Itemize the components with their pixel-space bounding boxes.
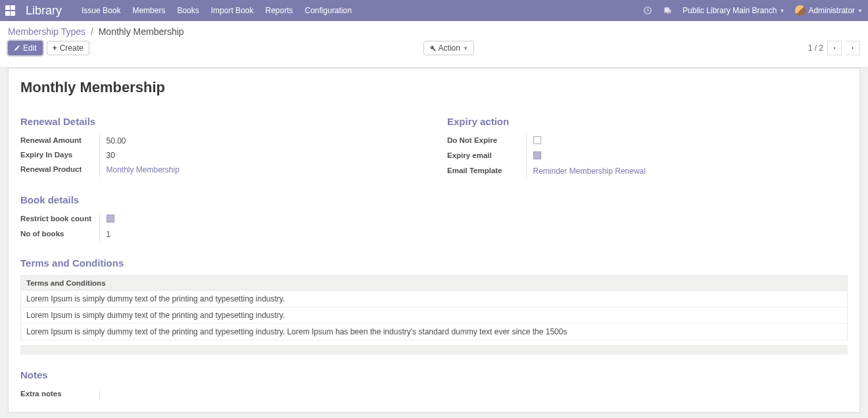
user-menu[interactable]: Administrator ▼ [795,5,863,16]
apps-launcher-icon[interactable] [5,5,16,16]
table-row[interactable]: Lorem Ipsum is simply dummy text of the … [21,307,848,324]
section-notes: Notes [20,369,848,380]
label-expiry-email: Expiry email [447,149,526,164]
main-menu: Issue Book Members Books Import Book Rep… [82,6,352,15]
avatar-icon [795,5,806,16]
label-extra-notes: Extra notes [20,387,99,400]
link-email-template[interactable]: Reminder Membership Renewal [533,167,646,176]
label-do-not-expire: Do Not Expire [447,134,526,149]
nav-books[interactable]: Books [177,6,199,15]
terms-cell: Lorem Ipsum is simply dummy text of the … [21,324,848,340]
terms-cell: Lorem Ipsum is simply dummy text of the … [21,307,848,324]
edit-button[interactable]: Edit [8,41,43,55]
chevron-down-icon: ▼ [463,45,468,51]
edit-button-label: Edit [23,43,37,53]
link-renewal-product[interactable]: Monthly Membership [107,165,180,174]
nav-configuration[interactable]: Configuration [305,6,352,15]
chevron-down-icon: ▼ [779,8,784,14]
pager-prev-button[interactable] [827,41,842,55]
checkbox-do-not-expire [533,136,541,144]
value-no-of-books: 1 [99,227,421,242]
label-restrict-book-count: Restrict book count [20,212,99,227]
chevron-left-icon [832,45,837,51]
plus-icon: + [53,43,57,53]
label-expiry-in-days: Expiry In Days [20,148,99,163]
nav-members[interactable]: Members [132,6,165,15]
section-terms-and-conditions: Terms and Conditions [20,257,848,269]
table-row[interactable]: Lorem Ipsum is simply dummy text of the … [21,291,848,307]
action-dropdown[interactable]: Action ▼ [423,41,474,55]
section-renewal-details: Renewal Details [20,116,421,127]
checkbox-restrict-book-count [107,215,114,222]
terms-table: Terms and Conditions Lorem Ipsum is simp… [20,275,848,340]
value-extra-notes [99,387,421,400]
create-button-label: Create [60,43,84,53]
chevron-down-icon: ▼ [857,8,863,14]
create-button[interactable]: + Create [47,41,89,55]
company-name: Public Library Main Branch [683,6,777,15]
terms-column-header: Terms and Conditions [21,276,848,291]
pager-next-button[interactable] [846,41,860,55]
breadcrumb-root[interactable]: Membership Types [8,26,85,37]
pencil-icon [14,45,20,51]
nav-import-book[interactable]: Import Book [211,6,254,15]
company-switcher[interactable]: Public Library Main Branch ▼ [683,6,784,15]
page-title: Monthly Membership [20,79,848,96]
top-navbar: Library Issue Book Members Books Import … [0,0,868,21]
checkbox-expiry-email [533,151,541,159]
breadcrumb-separator: / [91,26,93,37]
breadcrumb: Membership Types / Monthly Membership [8,26,860,37]
terms-cell: Lorem Ipsum is simply dummy text of the … [21,291,848,307]
breadcrumb-current: Monthly Membership [99,26,184,37]
label-email-template: Email Template [447,164,526,178]
section-expiry-action: Expiry action [447,116,848,127]
label-renewal-amount: Renewal Amount [20,134,99,148]
discuss-icon[interactable] [663,6,672,15]
value-expiry-in-days: 30 [99,148,421,163]
label-renewal-product: Renewal Product [20,163,99,177]
label-no-of-books: No of books [20,227,99,242]
app-brand[interactable]: Library [26,4,62,18]
value-renewal-amount: 50.00 [99,134,421,148]
section-book-details: Book details [20,194,848,205]
action-label: Action [439,43,460,53]
activity-icon[interactable] [643,6,652,15]
form-sheet: Monthly Membership Renewal Details Renew… [8,68,860,413]
wrench-icon [429,45,436,51]
chevron-right-icon [850,45,856,51]
terms-table-footer [20,346,848,355]
pager-count: 1 / 2 [808,43,823,53]
nav-issue-book[interactable]: Issue Book [82,6,120,15]
user-name: Administrator [808,6,855,15]
table-row[interactable]: Lorem Ipsum is simply dummy text of the … [21,324,848,340]
nav-reports[interactable]: Reports [265,6,293,15]
